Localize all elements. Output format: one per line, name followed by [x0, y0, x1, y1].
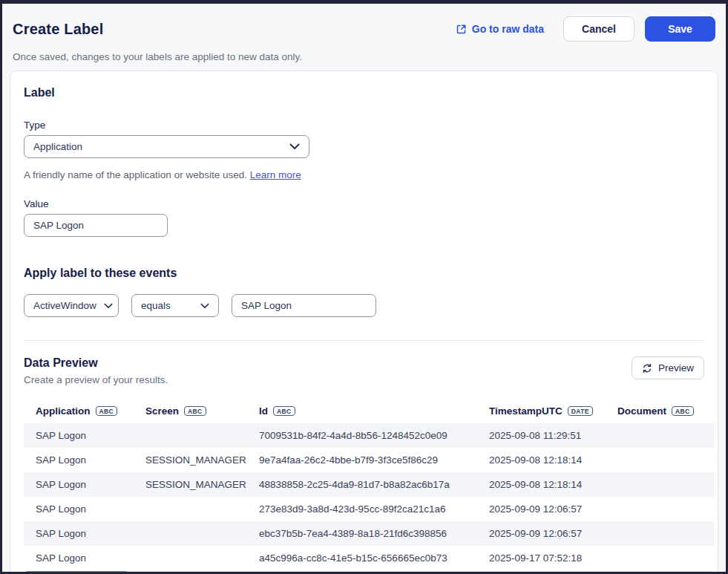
column-header-screen: ScreenABC: [134, 398, 247, 423]
table-cell: [606, 546, 714, 570]
table-cell: SAP Logon: [24, 546, 134, 570]
column-header-document: DocumentABC: [606, 398, 714, 423]
column-type-badge: ABC: [273, 406, 295, 417]
type-field-label: Type: [24, 120, 704, 131]
filter-match-input[interactable]: SAP Logon: [232, 294, 376, 317]
chevron-down-icon: [289, 143, 300, 150]
table-row: SAP Logon273e83d9-3a8d-423d-95cc-89f2ca2…: [24, 497, 714, 521]
table-row: SAP Logona45c996a-cc8c-41e5-b15c-656665e…: [24, 546, 714, 570]
column-type-badge: DATE: [568, 406, 593, 417]
preview-button[interactable]: Preview: [632, 356, 704, 379]
filter-operator-value: equals: [141, 300, 171, 311]
external-link-icon: [456, 24, 467, 35]
type-select[interactable]: Application: [24, 135, 309, 158]
table-cell: 2025-09-08 12:18:14: [477, 472, 606, 497]
data-preview-table-wrap: ApplicationABCScreenABCIdABCTimestampUTC…: [24, 398, 704, 574]
table-cell: SESSION_MANAGER: [134, 472, 247, 497]
page-subtitle: Once saved, changes to your labels are a…: [13, 51, 715, 62]
preview-button-label: Preview: [658, 362, 694, 374]
page-title: Create Label: [13, 21, 103, 38]
table-row: SAP Logon7009531b-84f2-4a4d-8b56-1248452…: [24, 423, 714, 448]
go-to-raw-data-link[interactable]: Go to raw data: [456, 23, 544, 35]
table-cell: 7009531b-84f2-4a4d-8b56-1248452c0e09: [247, 423, 477, 448]
table-cell: SAP Logon: [24, 448, 134, 472]
column-header-id: IdABC: [247, 398, 477, 423]
table-cell: [134, 546, 247, 570]
table-cell: SAP Logon: [24, 497, 134, 521]
column-header-timestamputc: TimestampUTCDATE: [477, 398, 606, 423]
horizontal-scrollbar-thumb[interactable]: [24, 571, 129, 574]
table-cell: [134, 497, 247, 521]
table-cell: [134, 521, 247, 546]
table-cell: 2025-09-09 12:06:57: [477, 521, 606, 546]
filter-field-select[interactable]: ActiveWindow: [24, 294, 119, 317]
table-cell: 48838858-2c25-4da9-81d7-b8a82ac6b17a: [247, 472, 477, 497]
table-cell: 2025-09-09 12:06:57: [477, 497, 606, 521]
section-divider: [24, 340, 704, 341]
filter-operator-select[interactable]: equals: [131, 294, 219, 317]
table-cell: ebc37b5b-7ea4-4389-8a18-21fd6c398856: [247, 521, 477, 546]
table-cell: [606, 521, 714, 546]
data-preview-subtitle: Create a preview of your results.: [24, 374, 168, 385]
column-type-badge: ABC: [184, 406, 206, 417]
create-label-card: Label Type Application A friendly name o…: [10, 71, 718, 574]
table-row: SAP LogonSESSION_MANAGER48838858-2c25-4d…: [24, 472, 714, 497]
cancel-button[interactable]: Cancel: [563, 16, 634, 42]
table-row: SAP Logonebc37b5b-7ea4-4389-8a18-21fd6c3…: [24, 521, 714, 546]
table-cell: [606, 497, 714, 521]
value-input[interactable]: SAP Logon: [24, 214, 168, 237]
table-cell: SAP Logon: [24, 423, 134, 448]
learn-more-link[interactable]: Learn more: [250, 169, 301, 180]
table-cell: 9e7a4faa-26c2-4bbe-b7f9-3f3ce5f86c29: [247, 448, 477, 472]
page-header: Create Label Go to raw data Cancel Save …: [2, 4, 726, 62]
type-helper-text: A friendly name of the application or we…: [24, 169, 704, 180]
table-cell: [606, 423, 714, 448]
table-cell: [134, 423, 247, 448]
table-cell: 2025-09-08 11:29:51: [477, 423, 606, 448]
data-preview-heading: Data Preview: [24, 356, 168, 370]
table-cell: 2025-09-08 12:18:14: [477, 448, 606, 472]
go-to-raw-data-label: Go to raw data: [472, 23, 544, 35]
apply-section-heading: Apply label to these events: [24, 267, 704, 280]
save-button[interactable]: Save: [645, 16, 715, 42]
value-input-text: SAP Logon: [33, 220, 84, 231]
table-cell: a45c996a-cc8c-41e5-b15c-656665ec0b73: [247, 546, 477, 570]
type-helper-sentence: A friendly name of the application or we…: [24, 169, 247, 180]
table-cell: SESSION_MANAGER: [134, 448, 247, 472]
column-header-application: ApplicationABC: [24, 398, 134, 423]
table-row: SAP LogonSESSION_MANAGER9e7a4faa-26c2-4b…: [24, 448, 714, 472]
horizontal-scrollbar-track[interactable]: [24, 571, 714, 574]
table-cell: 273e83d9-3a8d-423d-95cc-89f2ca21c1a6: [247, 497, 477, 521]
preview-table-header-row: ApplicationABCScreenABCIdABCTimestampUTC…: [24, 398, 714, 423]
table-cell: [606, 448, 714, 472]
filter-match-text: SAP Logon: [241, 300, 292, 311]
value-field-label: Value: [24, 198, 704, 209]
column-type-badge: ABC: [96, 406, 118, 417]
preview-table-body: SAP Logon7009531b-84f2-4a4d-8b56-1248452…: [24, 423, 714, 570]
column-type-badge: ABC: [672, 406, 694, 417]
table-cell: SAP Logon: [24, 521, 134, 546]
type-select-value: Application: [33, 141, 82, 152]
label-section-heading: Label: [24, 86, 704, 100]
table-cell: [606, 472, 714, 497]
preview-table: ApplicationABCScreenABCIdABCTimestampUTC…: [24, 398, 714, 570]
chevron-down-icon: [104, 303, 113, 309]
table-cell: SAP Logon: [24, 472, 134, 497]
chevron-down-icon: [200, 303, 209, 309]
refresh-icon: [642, 363, 652, 374]
filter-row: ActiveWindow equals SAP Logon: [24, 294, 704, 317]
filter-field-value: ActiveWindow: [33, 300, 96, 311]
table-cell: 2025-09-17 07:52:18: [477, 546, 606, 570]
